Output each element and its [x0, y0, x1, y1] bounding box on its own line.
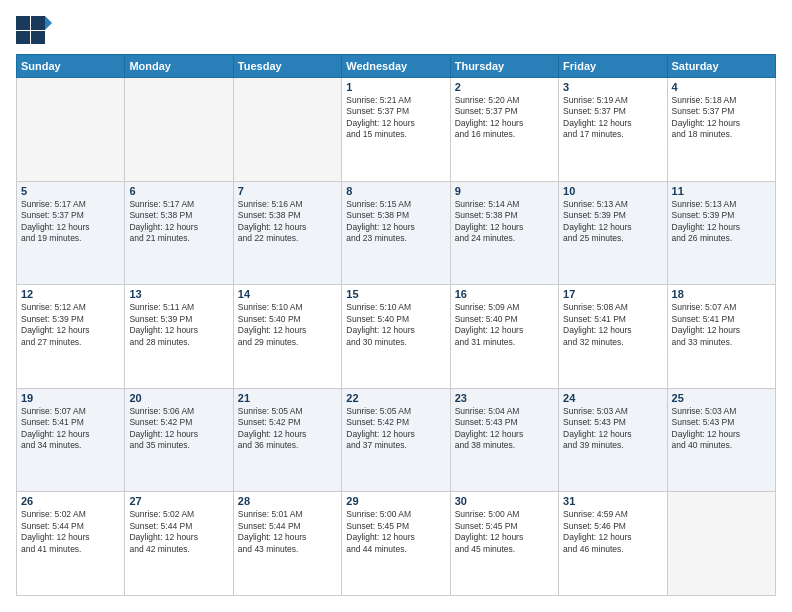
calendar-header-sunday: Sunday — [17, 55, 125, 78]
day-info: Sunrise: 5:21 AM Sunset: 5:37 PM Dayligh… — [346, 95, 445, 141]
day-number: 19 — [21, 392, 120, 404]
day-number: 23 — [455, 392, 554, 404]
day-number: 5 — [21, 185, 120, 197]
header — [16, 16, 776, 44]
day-info: Sunrise: 5:17 AM Sunset: 5:38 PM Dayligh… — [129, 199, 228, 245]
calendar-cell — [17, 78, 125, 182]
calendar-cell: 17Sunrise: 5:08 AM Sunset: 5:41 PM Dayli… — [559, 285, 667, 389]
calendar-cell: 7Sunrise: 5:16 AM Sunset: 5:38 PM Daylig… — [233, 181, 341, 285]
calendar-cell: 26Sunrise: 5:02 AM Sunset: 5:44 PM Dayli… — [17, 492, 125, 596]
calendar-week-1: 1Sunrise: 5:21 AM Sunset: 5:37 PM Daylig… — [17, 78, 776, 182]
day-info: Sunrise: 5:13 AM Sunset: 5:39 PM Dayligh… — [563, 199, 662, 245]
day-info: Sunrise: 5:15 AM Sunset: 5:38 PM Dayligh… — [346, 199, 445, 245]
day-info: Sunrise: 5:16 AM Sunset: 5:38 PM Dayligh… — [238, 199, 337, 245]
day-info: Sunrise: 5:02 AM Sunset: 5:44 PM Dayligh… — [129, 509, 228, 555]
svg-rect-1 — [31, 16, 45, 30]
calendar-cell — [233, 78, 341, 182]
day-info: Sunrise: 5:06 AM Sunset: 5:42 PM Dayligh… — [129, 406, 228, 452]
day-info: Sunrise: 5:14 AM Sunset: 5:38 PM Dayligh… — [455, 199, 554, 245]
calendar-header-tuesday: Tuesday — [233, 55, 341, 78]
calendar-cell: 5Sunrise: 5:17 AM Sunset: 5:37 PM Daylig… — [17, 181, 125, 285]
day-info: Sunrise: 5:08 AM Sunset: 5:41 PM Dayligh… — [563, 302, 662, 348]
day-number: 11 — [672, 185, 771, 197]
svg-rect-0 — [16, 16, 30, 30]
svg-marker-2 — [45, 16, 52, 30]
calendar-cell: 22Sunrise: 5:05 AM Sunset: 5:42 PM Dayli… — [342, 388, 450, 492]
calendar-cell: 11Sunrise: 5:13 AM Sunset: 5:39 PM Dayli… — [667, 181, 775, 285]
day-number: 13 — [129, 288, 228, 300]
day-number: 30 — [455, 495, 554, 507]
day-info: Sunrise: 5:05 AM Sunset: 5:42 PM Dayligh… — [346, 406, 445, 452]
day-info: Sunrise: 5:00 AM Sunset: 5:45 PM Dayligh… — [346, 509, 445, 555]
calendar-cell: 21Sunrise: 5:05 AM Sunset: 5:42 PM Dayli… — [233, 388, 341, 492]
day-number: 29 — [346, 495, 445, 507]
day-number: 31 — [563, 495, 662, 507]
calendar-week-3: 12Sunrise: 5:12 AM Sunset: 5:39 PM Dayli… — [17, 285, 776, 389]
calendar-cell: 29Sunrise: 5:00 AM Sunset: 5:45 PM Dayli… — [342, 492, 450, 596]
day-info: Sunrise: 5:11 AM Sunset: 5:39 PM Dayligh… — [129, 302, 228, 348]
page: SundayMondayTuesdayWednesdayThursdayFrid… — [0, 0, 792, 612]
calendar-cell: 23Sunrise: 5:04 AM Sunset: 5:43 PM Dayli… — [450, 388, 558, 492]
calendar-cell: 1Sunrise: 5:21 AM Sunset: 5:37 PM Daylig… — [342, 78, 450, 182]
calendar-cell: 25Sunrise: 5:03 AM Sunset: 5:43 PM Dayli… — [667, 388, 775, 492]
day-info: Sunrise: 5:04 AM Sunset: 5:43 PM Dayligh… — [455, 406, 554, 452]
calendar-header-wednesday: Wednesday — [342, 55, 450, 78]
calendar-week-5: 26Sunrise: 5:02 AM Sunset: 5:44 PM Dayli… — [17, 492, 776, 596]
calendar-cell: 13Sunrise: 5:11 AM Sunset: 5:39 PM Dayli… — [125, 285, 233, 389]
day-info: Sunrise: 5:02 AM Sunset: 5:44 PM Dayligh… — [21, 509, 120, 555]
day-number: 26 — [21, 495, 120, 507]
calendar-cell: 30Sunrise: 5:00 AM Sunset: 5:45 PM Dayli… — [450, 492, 558, 596]
day-number: 21 — [238, 392, 337, 404]
day-number: 1 — [346, 81, 445, 93]
day-info: Sunrise: 5:13 AM Sunset: 5:39 PM Dayligh… — [672, 199, 771, 245]
calendar-header-thursday: Thursday — [450, 55, 558, 78]
calendar-cell — [125, 78, 233, 182]
calendar-cell: 20Sunrise: 5:06 AM Sunset: 5:42 PM Dayli… — [125, 388, 233, 492]
calendar-cell: 10Sunrise: 5:13 AM Sunset: 5:39 PM Dayli… — [559, 181, 667, 285]
day-info: Sunrise: 5:12 AM Sunset: 5:39 PM Dayligh… — [21, 302, 120, 348]
calendar-header-monday: Monday — [125, 55, 233, 78]
day-number: 10 — [563, 185, 662, 197]
day-info: Sunrise: 5:03 AM Sunset: 5:43 PM Dayligh… — [563, 406, 662, 452]
calendar-cell: 12Sunrise: 5:12 AM Sunset: 5:39 PM Dayli… — [17, 285, 125, 389]
calendar-cell: 4Sunrise: 5:18 AM Sunset: 5:37 PM Daylig… — [667, 78, 775, 182]
calendar-table: SundayMondayTuesdayWednesdayThursdayFrid… — [16, 54, 776, 596]
day-info: Sunrise: 4:59 AM Sunset: 5:46 PM Dayligh… — [563, 509, 662, 555]
calendar-cell: 28Sunrise: 5:01 AM Sunset: 5:44 PM Dayli… — [233, 492, 341, 596]
calendar-cell: 6Sunrise: 5:17 AM Sunset: 5:38 PM Daylig… — [125, 181, 233, 285]
calendar-cell: 9Sunrise: 5:14 AM Sunset: 5:38 PM Daylig… — [450, 181, 558, 285]
calendar-cell: 14Sunrise: 5:10 AM Sunset: 5:40 PM Dayli… — [233, 285, 341, 389]
day-number: 20 — [129, 392, 228, 404]
day-number: 28 — [238, 495, 337, 507]
calendar-cell: 19Sunrise: 5:07 AM Sunset: 5:41 PM Dayli… — [17, 388, 125, 492]
svg-rect-4 — [31, 31, 45, 44]
day-number: 27 — [129, 495, 228, 507]
day-number: 8 — [346, 185, 445, 197]
day-number: 3 — [563, 81, 662, 93]
day-info: Sunrise: 5:05 AM Sunset: 5:42 PM Dayligh… — [238, 406, 337, 452]
day-number: 4 — [672, 81, 771, 93]
day-info: Sunrise: 5:10 AM Sunset: 5:40 PM Dayligh… — [238, 302, 337, 348]
calendar-cell: 3Sunrise: 5:19 AM Sunset: 5:37 PM Daylig… — [559, 78, 667, 182]
day-number: 15 — [346, 288, 445, 300]
day-info: Sunrise: 5:03 AM Sunset: 5:43 PM Dayligh… — [672, 406, 771, 452]
day-info: Sunrise: 5:19 AM Sunset: 5:37 PM Dayligh… — [563, 95, 662, 141]
day-number: 17 — [563, 288, 662, 300]
day-number: 18 — [672, 288, 771, 300]
calendar-cell: 8Sunrise: 5:15 AM Sunset: 5:38 PM Daylig… — [342, 181, 450, 285]
svg-rect-3 — [16, 31, 30, 44]
calendar-cell: 2Sunrise: 5:20 AM Sunset: 5:37 PM Daylig… — [450, 78, 558, 182]
logo-icon — [16, 16, 52, 44]
calendar-cell: 16Sunrise: 5:09 AM Sunset: 5:40 PM Dayli… — [450, 285, 558, 389]
calendar-header-friday: Friday — [559, 55, 667, 78]
day-info: Sunrise: 5:10 AM Sunset: 5:40 PM Dayligh… — [346, 302, 445, 348]
day-number: 9 — [455, 185, 554, 197]
day-number: 2 — [455, 81, 554, 93]
day-number: 7 — [238, 185, 337, 197]
calendar-cell: 24Sunrise: 5:03 AM Sunset: 5:43 PM Dayli… — [559, 388, 667, 492]
day-number: 22 — [346, 392, 445, 404]
calendar-cell: 18Sunrise: 5:07 AM Sunset: 5:41 PM Dayli… — [667, 285, 775, 389]
calendar-week-4: 19Sunrise: 5:07 AM Sunset: 5:41 PM Dayli… — [17, 388, 776, 492]
day-number: 25 — [672, 392, 771, 404]
calendar-week-2: 5Sunrise: 5:17 AM Sunset: 5:37 PM Daylig… — [17, 181, 776, 285]
